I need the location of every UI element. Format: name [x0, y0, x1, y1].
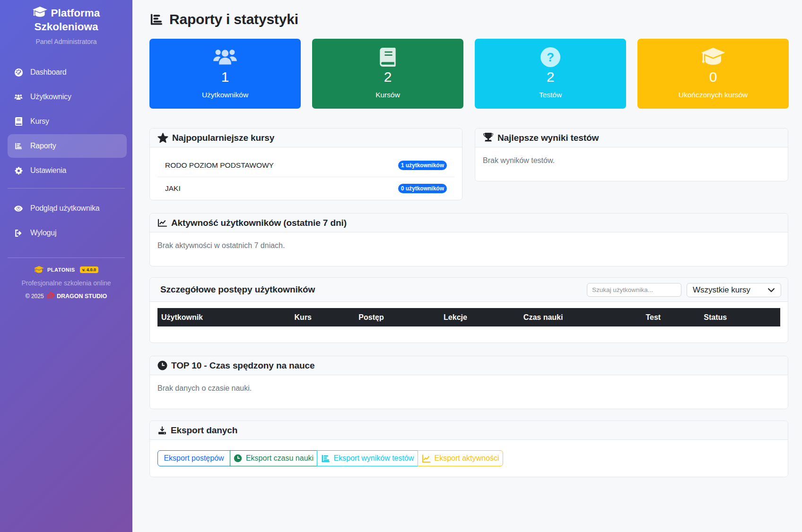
svg-text:?: ?	[547, 50, 554, 64]
